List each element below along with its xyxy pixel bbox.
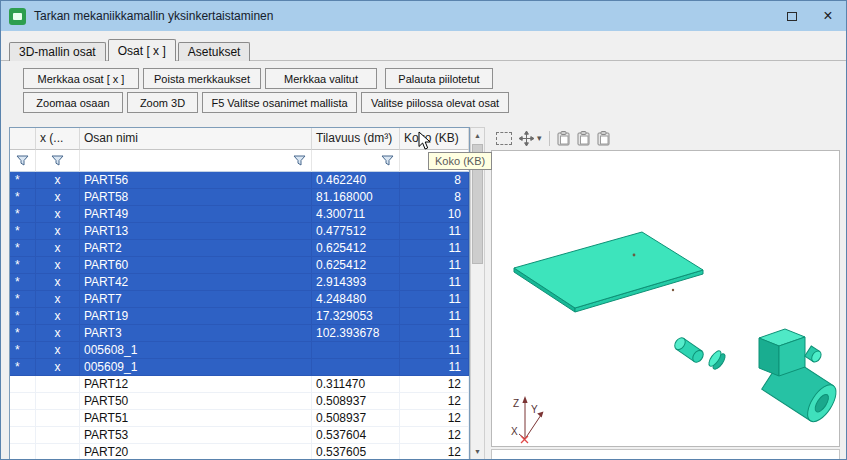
table-row[interactable]: PART50 0.508937 12	[10, 393, 469, 410]
close-button[interactable]: ×	[810, 1, 846, 31]
filter-funnel-icon	[293, 155, 306, 166]
scroll-down-button[interactable]: ▼	[471, 444, 484, 459]
row-volume: 4.300711	[312, 206, 400, 222]
table-row[interactable]: PART51 0.508937 12	[10, 410, 469, 427]
row-size: 10	[400, 206, 469, 222]
filter-cell-mark[interactable]	[10, 150, 36, 172]
zoom-3d-button[interactable]: Zoom 3D	[127, 92, 198, 113]
table-row[interactable]: * x PART56 0.462240 8	[10, 172, 469, 189]
merkkaa-valitut-button[interactable]: Merkkaa valitut	[265, 68, 377, 89]
table-row[interactable]: PART12 0.311470 12	[10, 376, 469, 393]
row-mark: *	[10, 274, 36, 290]
table-row[interactable]: * x PART60 0.625412 11	[10, 257, 469, 274]
window-title: Tarkan mekaniikkamallin yksinkertaistami…	[34, 9, 273, 23]
axis-label-z: Z	[513, 398, 519, 409]
marquee-select-icon[interactable]	[496, 132, 512, 145]
row-mark: *	[10, 342, 36, 358]
table-header-row: x (... Osan nimi Tilavuus (dm³) Koko (KB…	[10, 128, 469, 150]
tab-3d-mallin-osat[interactable]: 3D-mallin osat	[9, 42, 106, 61]
pan-icon[interactable]	[519, 131, 534, 146]
row-volume: 102.393678	[312, 325, 400, 341]
table-row[interactable]: * x PART58 81.168000 8	[10, 189, 469, 206]
row-x	[36, 393, 80, 409]
row-volume: 81.168000	[312, 189, 400, 205]
row-name: PART51	[80, 410, 312, 426]
merkkaa-osat-button[interactable]: Merkkaa osat [ x ]	[23, 68, 139, 89]
header-cell-name[interactable]: Osan nimi	[80, 128, 312, 150]
row-x: x	[36, 359, 80, 375]
axis-triad: Z Y X	[511, 396, 544, 443]
filter-cell-x[interactable]	[36, 150, 80, 172]
row-volume: 0.625412	[312, 240, 400, 256]
table-row[interactable]: * x 005608_1 11	[10, 342, 469, 359]
row-size: 12	[400, 427, 469, 443]
viewport-canvas[interactable]: Z Y X	[491, 150, 840, 447]
plate-part[interactable]	[514, 232, 703, 312]
table-row[interactable]: * x PART19 17.329053 11	[10, 308, 469, 325]
row-x: x	[36, 274, 80, 290]
close-icon: ×	[823, 8, 832, 24]
table-row[interactable]: PART20 0.537605 12	[10, 444, 469, 460]
table-row[interactable]: * x PART7 4.248480 11	[10, 291, 469, 308]
row-size: 11	[400, 223, 469, 239]
row-x	[36, 410, 80, 426]
f5-valitse-osanimet-button[interactable]: F5 Valitse osanimet mallista	[202, 92, 357, 113]
row-x	[36, 427, 80, 443]
clipboard-icon-2[interactable]	[577, 131, 590, 146]
row-name: PART12	[80, 376, 312, 392]
row-volume: 0.537604	[312, 427, 400, 443]
poista-merkkaukset-button[interactable]: Poista merkkaukset	[143, 68, 261, 89]
table-row[interactable]: * x PART2 0.625412 11	[10, 240, 469, 257]
row-mark: *	[10, 206, 36, 222]
scroll-up-icon: ▲	[474, 132, 481, 139]
vertical-scrollbar[interactable]: ▲ ▼	[470, 127, 485, 460]
table-row[interactable]: * x PART49 4.300711 10	[10, 206, 469, 223]
maximize-button[interactable]	[774, 1, 810, 31]
palauta-piilotetut-button[interactable]: Palauta piilotetut	[385, 68, 493, 89]
header-cell-x[interactable]: x (...	[36, 128, 80, 150]
3d-scene[interactable]: Z Y X	[492, 151, 839, 445]
viewport-toolbar: ▾	[491, 127, 840, 149]
tab-asetukset[interactable]: Asetukset	[178, 42, 251, 61]
viewport-bottom-strip	[491, 449, 840, 460]
table-row[interactable]: * x 005609_1 11	[10, 359, 469, 376]
row-size: 11	[400, 291, 469, 307]
motor-part[interactable]	[759, 329, 839, 426]
row-size: 12	[400, 376, 469, 392]
row-mark	[10, 376, 36, 392]
row-name: PART60	[80, 257, 312, 273]
row-mark: *	[10, 359, 36, 375]
table-row[interactable]: * x PART3 102.393678 11	[10, 325, 469, 342]
clipboard-icon-3[interactable]	[597, 131, 610, 146]
row-name: PART49	[80, 206, 312, 222]
row-mark: *	[10, 189, 36, 205]
filter-cell-volume[interactable]	[312, 150, 400, 172]
row-size: 11	[400, 274, 469, 290]
filter-row	[10, 150, 469, 172]
filter-cell-name[interactable]	[80, 150, 312, 172]
tab-strip: 3D-mallin osat Osat [ x ] Asetukset	[9, 39, 252, 61]
scroll-up-button[interactable]: ▲	[471, 128, 484, 143]
row-x: x	[36, 257, 80, 273]
table-row[interactable]: * x PART42 2.914393 11	[10, 274, 469, 291]
clipboard-icon-1[interactable]	[557, 131, 570, 146]
header-cell-volume[interactable]: Tilavuus (dm³)	[312, 128, 400, 150]
small-cylinder-part[interactable]	[673, 336, 706, 364]
valitse-piilossa-button[interactable]: Valitse piilossa olevat osat	[361, 92, 509, 113]
dropdown-icon[interactable]: ▾	[537, 134, 542, 143]
table-row[interactable]: PART53 0.537604 12	[10, 427, 469, 444]
filter-funnel-icon	[16, 155, 29, 166]
axis-label-x: X	[511, 426, 518, 437]
header-cell-size[interactable]: Koko (KB)	[400, 128, 469, 150]
row-x: x	[36, 342, 80, 358]
row-size: 12	[400, 393, 469, 409]
row-volume: 2.914393	[312, 274, 400, 290]
zoomaa-osaan-button[interactable]: Zoomaa osaan	[23, 92, 123, 113]
scroll-down-icon: ▼	[474, 448, 481, 455]
table-row[interactable]: * x PART13 0.477512 11	[10, 223, 469, 240]
row-mark: *	[10, 325, 36, 341]
disc-part[interactable]	[707, 349, 728, 371]
header-cell-mark[interactable]	[10, 128, 36, 150]
row-volume: 0.537605	[312, 444, 400, 460]
tab-osat[interactable]: Osat [ x ]	[108, 39, 176, 61]
